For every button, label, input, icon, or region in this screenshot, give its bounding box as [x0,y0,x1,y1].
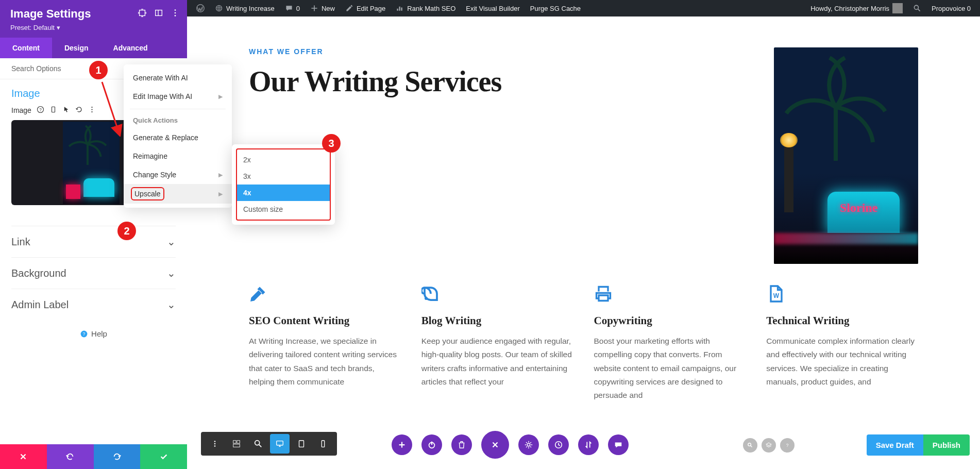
annotation-badge-2: 2 [117,222,136,240]
rank-math-link[interactable]: Rank Math SEO [391,0,461,16]
svg-rect-21 [233,441,236,443]
annotation-arrow [98,80,124,137]
add-button[interactable] [392,434,412,455]
trash-button[interactable] [451,434,472,455]
menu-reimagine[interactable]: Reimagine [124,147,232,165]
svg-text:?: ? [83,331,86,337]
wireframe-icon[interactable] [227,434,246,454]
menu-generate-ai[interactable]: Generate With AI [124,69,232,87]
help-circle[interactable]: ? [780,438,795,453]
search-icon[interactable] [908,0,926,16]
tab-advanced[interactable]: Advanced [101,38,160,58]
comments-link[interactable]: 0 [280,0,305,16]
hover-icon[interactable] [62,106,70,115]
upscale-3x[interactable]: 3x [237,168,330,185]
chevron-down-icon: ⌄ [167,267,176,279]
accordion-background[interactable]: Background⌄ [11,257,176,289]
chevron-right-icon: ▶ [218,191,223,197]
search-circle[interactable] [743,438,757,453]
menu-change-style[interactable]: Change Style▶ [124,165,232,184]
tablet-icon[interactable] [292,434,311,454]
hero-image [774,47,918,264]
help-icon[interactable]: ? [37,106,44,115]
service-body: Keep your audience engaged with regular,… [421,334,573,389]
service-technical: W Technical Writing Communicate complex … [766,284,918,403]
accordion-link[interactable]: Link⌄ [11,226,176,257]
wp-logo[interactable] [191,0,210,16]
svg-rect-3 [140,10,145,16]
builder-actions [392,431,629,459]
history-button[interactable] [548,434,569,455]
svg-point-2 [915,5,919,9]
sort-button[interactable] [578,434,599,455]
upscale-2x[interactable]: 2x [237,152,330,168]
responsive-toolbar [201,432,337,456]
layers-circle[interactable] [762,438,776,453]
new-content-link[interactable]: New [305,0,340,16]
chevron-down-icon: ⌄ [167,298,176,311]
tablet-icon[interactable] [49,106,57,115]
power-button[interactable] [421,434,442,455]
menu-edit-ai[interactable]: Edit Image With AI▶ [124,87,232,106]
zoom-icon[interactable] [248,434,268,454]
settings-button[interactable] [518,434,539,455]
chevron-right-icon: ▶ [218,172,223,178]
chevron-down-icon: ▾ [57,24,60,31]
toolbar-more-icon[interactable] [205,434,225,454]
site-name-link[interactable]: Writing Increase [210,0,280,16]
howdy-user[interactable]: Howdy, Christopher Morris [805,0,908,16]
redo-button[interactable] [94,444,141,469]
accordion-admin-label[interactable]: Admin Label⌄ [11,289,176,320]
help-link[interactable]: ?Help [11,320,176,347]
menu-generate-replace[interactable]: Generate & Replace [124,128,232,147]
purge-cache-link[interactable]: Purge SG Cache [525,0,586,16]
avatar [892,3,903,13]
upscale-4x[interactable]: 4x [237,185,330,201]
more-vertical-icon[interactable] [88,106,96,115]
desktop-icon[interactable] [270,434,290,454]
propovoice-link[interactable]: Propovoice 0 [926,0,976,16]
svg-point-16 [425,297,428,300]
service-title: SEO Content Writing [249,314,401,327]
tab-design[interactable]: Design [52,38,101,58]
sidebar-footer [0,444,187,469]
svg-text:W: W [773,292,780,299]
reset-icon[interactable] [75,106,83,115]
ai-context-menu: Generate With AI Edit Image With AI▶ Qui… [124,64,232,208]
more-icon[interactable] [171,8,180,20]
svg-rect-27 [322,441,324,447]
service-seo: SEO Content Writing At Writing Increase,… [249,284,401,403]
svg-point-12 [91,109,92,110]
save-button[interactable] [140,444,187,469]
exit-visual-builder-link[interactable]: Exit Visual Builder [461,0,525,16]
chat-button[interactable] [608,434,629,455]
edit-page-link[interactable]: Edit Page [340,0,391,16]
expand-icon[interactable] [138,8,147,20]
annotation-badge-3: 3 [322,134,341,153]
service-title: Technical Writing [766,314,918,327]
service-title: Blog Writing [421,314,573,327]
cancel-button[interactable] [0,444,47,469]
phone-icon[interactable] [313,434,333,454]
save-publish-bar: Save Draft Publish [867,434,970,456]
svg-point-24 [255,441,260,445]
svg-rect-10 [52,107,55,112]
publish-button[interactable]: Publish [923,434,970,456]
close-builder-button[interactable] [481,431,509,459]
upscale-custom[interactable]: Custom size [237,201,330,217]
svg-point-5 [175,9,176,11]
page-heading: Our Writing Services [249,65,743,98]
svg-text:?: ? [39,108,42,112]
undo-button[interactable] [47,444,94,469]
service-title: Copywriting [594,314,746,327]
menu-upscale[interactable]: Upscale▶ [124,184,232,204]
svg-point-6 [175,12,176,14]
document-icon: W [766,284,785,303]
tab-content[interactable]: Content [0,38,52,58]
service-body: Boost your marketing efforts with compel… [594,334,746,403]
preset-selector[interactable]: Preset: Default ▾ [10,24,177,31]
save-draft-button[interactable]: Save Draft [867,434,923,456]
service-body: Communicate complex information clearly … [766,334,918,389]
svg-rect-25 [277,441,283,445]
panel-icon[interactable] [154,8,163,20]
